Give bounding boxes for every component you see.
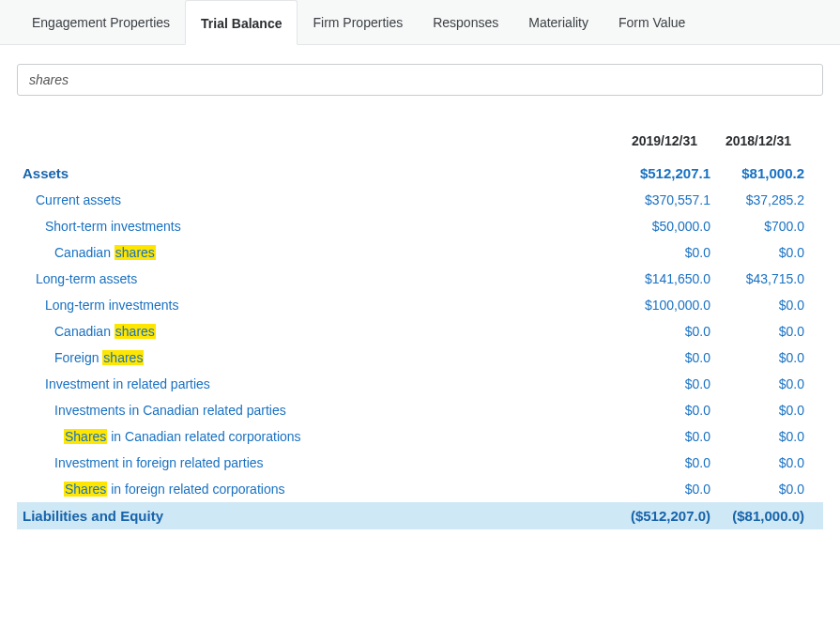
row-value: $37,285.2 xyxy=(710,192,804,207)
table-row[interactable]: Short-term investments$50,000.0$700.0 xyxy=(17,213,823,239)
row-value: $0.0 xyxy=(617,350,710,365)
row-label: Long-term assets xyxy=(23,271,617,286)
row-value: $0.0 xyxy=(710,403,804,418)
column-header: 2018/12/31 xyxy=(697,133,791,148)
trial-balance-grid: 2019/12/31 2018/12/31 Assets$512,207.1$8… xyxy=(17,133,823,535)
row-value: $0.0 xyxy=(710,482,804,497)
table-row[interactable]: Foreign shares$0.0$0.0 xyxy=(17,344,823,371)
row-label: Long-term investments xyxy=(23,298,617,313)
row-label: Foreign shares xyxy=(23,350,617,365)
tab-form-value[interactable]: Form Value xyxy=(603,0,700,44)
content: 2019/12/31 2018/12/31 Assets$512,207.1$8… xyxy=(0,45,840,535)
tabbar: Engagement PropertiesTrial BalanceFirm P… xyxy=(0,0,840,45)
row-value: $0.0 xyxy=(617,455,710,470)
table-row[interactable]: Canadian shares$0.0$0.0 xyxy=(17,239,823,266)
row-value: $0.0 xyxy=(617,429,710,444)
search-input[interactable] xyxy=(17,64,823,96)
table-row[interactable]: Long-term assets$141,650.0$43,715.0 xyxy=(17,266,823,292)
row-label: Shares in Canadian related corporations xyxy=(23,429,617,444)
row-value: $43,715.0 xyxy=(710,271,804,286)
row-label: Liabilities and Equity xyxy=(23,508,617,524)
tab-responses[interactable]: Responses xyxy=(418,0,513,44)
row-value: $0.0 xyxy=(710,376,804,391)
row-value: $0.0 xyxy=(617,376,710,391)
row-label: Short-term investments xyxy=(23,219,617,234)
row-label: Canadian shares xyxy=(23,324,617,339)
row-label: Investments in Canadian related parties xyxy=(23,403,617,418)
row-value: $50,000.0 xyxy=(617,219,710,234)
table-row[interactable]: Shares in foreign related corporations$0… xyxy=(17,476,823,502)
row-label: Investment in foreign related parties xyxy=(23,455,617,470)
row-value: $0.0 xyxy=(710,245,804,260)
table-row[interactable]: Investments in Canadian related parties$… xyxy=(17,397,823,423)
row-label: Current assets xyxy=(23,192,617,207)
row-value: $0.0 xyxy=(617,245,710,260)
tab-trial-balance[interactable]: Trial Balance xyxy=(185,0,298,45)
tab-materiality[interactable]: Materiality xyxy=(513,0,603,44)
row-value: $700.0 xyxy=(710,219,804,234)
table-row[interactable]: Liabilities and Equity($512,207.0)($81,0… xyxy=(17,502,823,529)
grid-header: 2019/12/31 2018/12/31 xyxy=(17,133,823,160)
row-label: Assets xyxy=(23,165,617,181)
row-value: $0.0 xyxy=(710,429,804,444)
row-value: $0.0 xyxy=(617,324,710,339)
row-value: $100,000.0 xyxy=(617,298,710,313)
row-value: $81,000.2 xyxy=(710,165,804,181)
row-value: $0.0 xyxy=(617,482,710,497)
row-value: $0.0 xyxy=(710,455,804,470)
table-row[interactable]: Shares in Canadian related corporations$… xyxy=(17,423,823,450)
table-row[interactable]: Canadian shares$0.0$0.0 xyxy=(17,318,823,344)
row-value: ($512,207.0) xyxy=(617,508,710,524)
row-value: $0.0 xyxy=(710,298,804,313)
row-value: $0.0 xyxy=(617,403,710,418)
row-label: Investment in related parties xyxy=(23,376,617,391)
row-value: $0.0 xyxy=(710,350,804,365)
table-row[interactable]: Current assets$370,557.1$37,285.2 xyxy=(17,187,823,213)
table-row[interactable]: Investment in related parties$0.0$0.0 xyxy=(17,371,823,397)
grid-body[interactable]: Assets$512,207.1$81,000.2Current assets$… xyxy=(17,160,823,535)
row-label: Canadian shares xyxy=(23,245,617,260)
row-value: $512,207.1 xyxy=(617,165,710,181)
row-value: ($81,000.0) xyxy=(710,508,804,524)
column-header: 2019/12/31 xyxy=(603,133,697,148)
table-row[interactable]: Investment in foreign related parties$0.… xyxy=(17,450,823,476)
table-row[interactable]: Assets$512,207.1$81,000.2 xyxy=(17,160,823,187)
row-label: Shares in foreign related corporations xyxy=(23,482,617,497)
tab-engagement-properties[interactable]: Engagement Properties xyxy=(17,0,185,44)
tab-firm-properties[interactable]: Firm Properties xyxy=(298,0,418,44)
table-row[interactable]: Liabilities($248,519.0)($68,795.0) xyxy=(17,529,823,535)
row-value: $141,650.0 xyxy=(617,271,710,286)
table-row[interactable]: Long-term investments$100,000.0$0.0 xyxy=(17,292,823,318)
row-value: $0.0 xyxy=(710,324,804,339)
row-value: $370,557.1 xyxy=(617,192,710,207)
